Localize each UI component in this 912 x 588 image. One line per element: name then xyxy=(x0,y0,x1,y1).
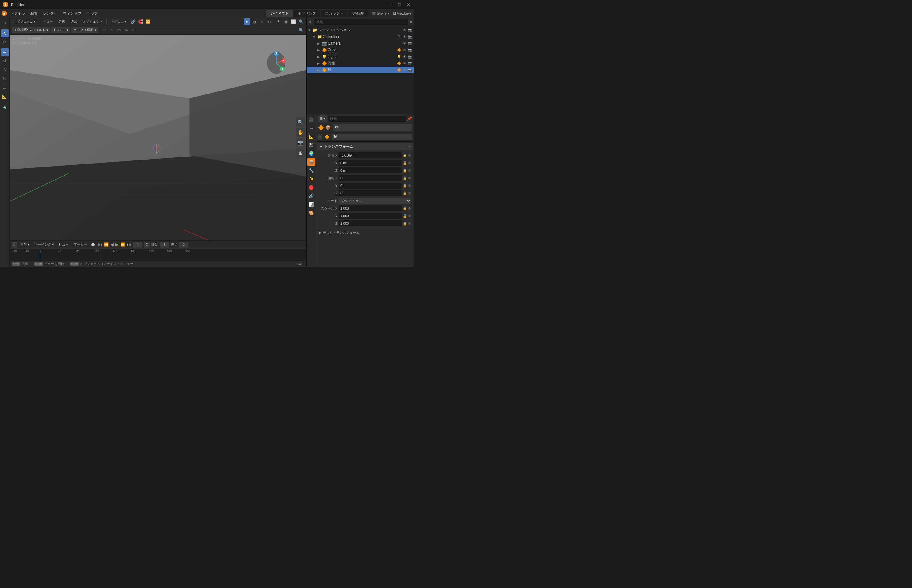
viewlayer-dropdown[interactable]: 🖼 ViewLayer xyxy=(393,11,412,15)
select-circle-icon[interactable]: ○ xyxy=(108,27,115,34)
coord-system-button[interactable]: ⊞ 座標系: デフォルト ▾ xyxy=(11,27,50,33)
end-frame[interactable]: 2 xyxy=(179,242,188,248)
transform-tool-button[interactable]: ⊞ xyxy=(1,74,9,82)
menu-window[interactable]: ウィンドウ xyxy=(61,10,84,17)
tree-cylinder[interactable]: ▶ 🔶 円柱 🔶 👁 📷 xyxy=(307,60,414,66)
cube-render-icon[interactable]: 📷 xyxy=(408,48,412,52)
tab-modeling[interactable]: モデリング xyxy=(294,10,320,17)
mirror-icon[interactable]: 🔀 xyxy=(144,18,151,25)
col-visibility-icon[interactable]: 👁 xyxy=(402,34,407,39)
tab-sculpt[interactable]: スカルプト xyxy=(321,10,348,17)
scale-x-keyframe-dot[interactable] xyxy=(408,207,411,210)
pan-button[interactable]: ✋ xyxy=(296,128,305,137)
visibility-toggle-icon[interactable]: 👁 xyxy=(402,27,407,32)
obj-data-dropdown-icon[interactable]: ▾ xyxy=(319,135,321,139)
tree-collection[interactable]: ▼ 📁 Collection ☑ 👁 📷 xyxy=(307,33,414,40)
location-y-lock-icon[interactable]: 🔒 xyxy=(403,161,407,165)
scale-y-lock-icon[interactable]: 🔒 xyxy=(403,214,407,218)
material-props-icon[interactable]: 🎨 xyxy=(307,209,315,217)
view-menu[interactable]: ビュー xyxy=(57,242,70,247)
proportional-edit-icon[interactable]: 🔗 xyxy=(130,18,137,25)
camera-visibility-icon[interactable]: 👁 xyxy=(402,41,407,46)
location-y-keyframe-dot[interactable] xyxy=(408,162,411,164)
rotation-z-keyframe-dot[interactable] xyxy=(408,192,411,194)
scale-tool-button[interactable]: ⤡ xyxy=(1,65,9,73)
tree-cube[interactable]: ▶ 🔶 Cube 🔶 👁 📷 xyxy=(307,47,414,53)
light-render-icon[interactable]: 📷 xyxy=(408,54,412,59)
rotation-mode-dropdown[interactable]: XYZ オイラ... xyxy=(339,198,411,204)
tab-uv[interactable]: UV編集 xyxy=(348,10,369,17)
select-lasso-icon[interactable]: ⬭ xyxy=(116,27,122,34)
editor-type-icon[interactable]: 🔍 xyxy=(298,27,304,34)
constraints-props-icon[interactable]: 🔗 xyxy=(307,192,315,200)
menu-render[interactable]: レンダー xyxy=(40,10,60,17)
scene-dropdown[interactable]: 🎬 Scene ▾ xyxy=(372,11,389,15)
view-props-icon[interactable]: 📐 xyxy=(307,132,315,141)
delta-transform-section[interactable]: ▶ デルタトランスフォーム xyxy=(317,229,412,236)
add-cube-button[interactable]: ⊕ xyxy=(1,103,9,111)
render-props-icon[interactable]: 🎥 xyxy=(307,116,315,124)
location-x-lock-icon[interactable]: 🔒 xyxy=(403,153,407,157)
marker-menu[interactable]: マーカー xyxy=(72,242,89,247)
scale-z-value[interactable]: 1.000 xyxy=(339,220,402,226)
current-frame[interactable]: 1 xyxy=(133,242,142,248)
snap-icon[interactable]: 🧲 xyxy=(137,18,144,25)
mode-select-button[interactable]: ⊞ xyxy=(1,19,9,27)
camera-render-icon[interactable]: 📷 xyxy=(408,41,412,46)
rotation-y-lock-icon[interactable]: 🔒 xyxy=(403,184,407,188)
rotation-y-keyframe-dot[interactable] xyxy=(408,184,411,187)
outliner-filter-icon[interactable]: ⊟ xyxy=(409,20,412,24)
physics-props-icon[interactable]: 🔴 xyxy=(307,184,315,191)
select-menu-button[interactable]: 選択 xyxy=(57,19,67,24)
proportional-off-icon[interactable]: ○ xyxy=(130,27,137,34)
transform-options-icon[interactable]: ⋯ xyxy=(408,145,411,149)
xray-icon[interactable]: ⬜ xyxy=(290,18,297,25)
pivot-button[interactable]: ドラッ... ▾ xyxy=(51,27,70,33)
tree-camera[interactable]: ▶ 📷 Camera 👁 📷 xyxy=(307,40,414,47)
location-z-keyframe-dot[interactable] xyxy=(408,169,411,172)
cube-visibility-icon[interactable]: 👁 xyxy=(402,48,407,52)
jump-start-button[interactable]: ⏮ xyxy=(97,242,103,247)
viewport-shading-wire[interactable]: □ xyxy=(266,18,273,25)
object-name-input[interactable] xyxy=(333,124,412,131)
show-gizmo-icon[interactable]: 👁 xyxy=(275,18,282,25)
props-pin-icon[interactable]: 📌 xyxy=(407,116,412,121)
scale-x-lock-icon[interactable]: 🔒 xyxy=(403,207,407,210)
rotation-x-keyframe-dot[interactable] xyxy=(408,177,411,179)
move-tool-button[interactable]: ✛ xyxy=(1,48,9,56)
camera-view-button[interactable]: 📷 xyxy=(296,138,305,147)
play-forward-button[interactable]: ▶ xyxy=(115,242,119,247)
rotation-z-value[interactable]: 0° xyxy=(339,190,402,196)
sphere-visibility-icon[interactable]: 👁 xyxy=(402,68,407,73)
scale-z-keyframe-dot[interactable] xyxy=(408,222,411,225)
3d-viewport[interactable]: X Y Z ユーザー・透視投影 (1) Collection | 球 🔍 xyxy=(10,34,306,241)
transform-section-header[interactable]: ▼ トランスフォーム ⋯ xyxy=(317,143,412,150)
rotation-x-value[interactable]: 0° xyxy=(339,175,402,181)
add-menu-button[interactable]: 追加 xyxy=(69,19,79,24)
timeline-track[interactable]: -20 -20 0 40 80 120 140 180 200 220 240 xyxy=(10,248,306,260)
cylinder-render-icon[interactable]: 📷 xyxy=(408,61,412,66)
data-props-icon[interactable]: 📊 xyxy=(307,200,315,208)
location-y-value[interactable]: 0 m xyxy=(339,160,402,166)
search-icon[interactable]: 🔍 xyxy=(298,18,304,25)
object-props-icon[interactable]: 📦 xyxy=(307,158,315,166)
tree-scene-collection[interactable]: ▼ 📁 シーンコレクション 👁 📷 xyxy=(307,27,414,33)
object-data-name-input[interactable] xyxy=(332,134,412,140)
sphere-render-icon[interactable]: 📷 xyxy=(408,68,412,73)
zoom-button[interactable]: 🔍 xyxy=(296,118,305,126)
quad-view-button[interactable]: ⊞ xyxy=(296,149,305,157)
props-search-input[interactable] xyxy=(328,116,406,122)
maximize-button[interactable]: □ xyxy=(397,2,402,7)
measure-tool-button[interactable]: 📐 xyxy=(1,93,9,101)
location-z-value[interactable]: 0 m xyxy=(339,168,402,173)
select-tool-button[interactable]: ↖ xyxy=(1,29,9,37)
keying-menu[interactable]: キーイング ▾ xyxy=(33,242,55,247)
select-box-icon[interactable]: □ xyxy=(101,27,108,34)
scale-y-value[interactable]: 1.000 xyxy=(339,213,402,219)
rotation-x-lock-icon[interactable]: 🔒 xyxy=(403,176,407,180)
step-back-button[interactable]: ⏪ xyxy=(103,242,109,247)
object-menu-button[interactable]: オブジェクト xyxy=(81,19,105,24)
menu-file[interactable]: ファイル xyxy=(8,10,27,17)
close-button[interactable]: ✕ xyxy=(406,2,411,7)
menu-edit[interactable]: 編集 xyxy=(28,10,40,17)
